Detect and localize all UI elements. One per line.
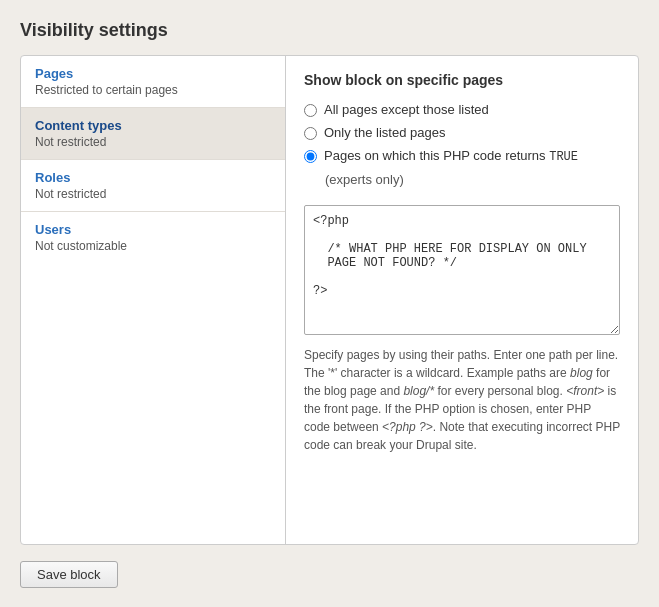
radio-all-except[interactable]	[304, 104, 317, 117]
radio-only-listed-label[interactable]: Only the listed pages	[324, 125, 445, 140]
section-title: Show block on specific pages	[304, 72, 620, 88]
radio-group-all-except: All pages except those listed	[304, 102, 620, 117]
radio-php-code[interactable]	[304, 150, 317, 163]
php-label-pre: Pages on which this PHP code returns	[324, 148, 549, 163]
radio-group-php: Pages on which this PHP code returns TRU…	[304, 148, 620, 164]
sidebar-item-content-types-sublabel: Not restricted	[35, 135, 271, 149]
page-title: Visibility settings	[20, 20, 639, 41]
help-text: Specify pages by using their paths. Ente…	[304, 346, 620, 454]
php-experts-only: (experts only)	[325, 172, 620, 187]
sidebar-item-pages-label: Pages	[35, 66, 271, 81]
radio-group-only-listed: Only the listed pages	[304, 125, 620, 140]
php-textarea[interactable]: <?php /* WHAT PHP HERE FOR DISPLAY ON ON…	[304, 205, 620, 335]
sidebar: Pages Restricted to certain pages Conten…	[21, 56, 286, 544]
sidebar-item-roles-sublabel: Not restricted	[35, 187, 271, 201]
radio-only-listed[interactable]	[304, 127, 317, 140]
save-button-row: Save block	[20, 561, 639, 588]
radio-all-except-label[interactable]: All pages except those listed	[324, 102, 489, 117]
save-button[interactable]: Save block	[20, 561, 118, 588]
sidebar-item-users[interactable]: Users Not customizable	[21, 212, 285, 263]
sidebar-item-roles-label: Roles	[35, 170, 271, 185]
sidebar-item-pages-sublabel: Restricted to certain pages	[35, 83, 271, 97]
sidebar-item-pages[interactable]: Pages Restricted to certain pages	[21, 56, 285, 108]
sidebar-item-content-types-label: Content types	[35, 118, 271, 133]
sidebar-item-users-label: Users	[35, 222, 271, 237]
sidebar-item-users-sublabel: Not customizable	[35, 239, 271, 253]
sidebar-item-roles[interactable]: Roles Not restricted	[21, 160, 285, 212]
sidebar-item-content-types[interactable]: Content types Not restricted	[21, 108, 285, 160]
php-label-code: TRUE	[549, 150, 578, 164]
main-content: Show block on specific pages All pages e…	[286, 56, 638, 544]
radio-php-code-label[interactable]: Pages on which this PHP code returns TRU…	[324, 148, 578, 164]
settings-container: Pages Restricted to certain pages Conten…	[20, 55, 639, 545]
